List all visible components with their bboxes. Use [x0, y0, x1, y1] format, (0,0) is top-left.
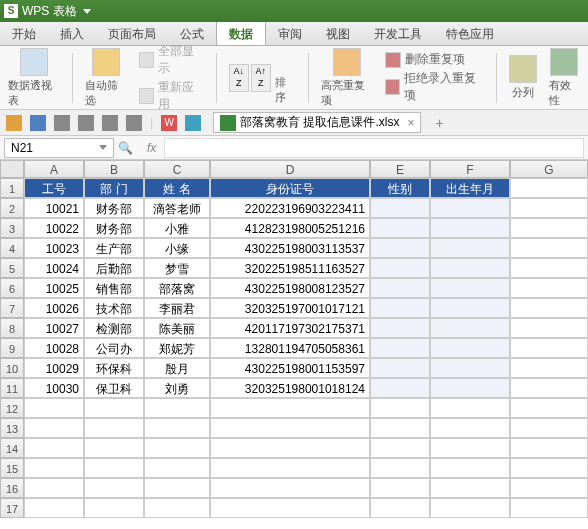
cell[interactable] [24, 398, 84, 418]
cell[interactable] [210, 418, 370, 438]
cell[interactable] [510, 478, 588, 498]
cell[interactable] [510, 398, 588, 418]
cell[interactable] [24, 438, 84, 458]
cell[interactable] [210, 498, 370, 518]
reapply-button[interactable]: 重新应用 [139, 79, 204, 113]
cell[interactable]: 公司办 [84, 338, 144, 358]
cell[interactable]: 430225198008123527 [210, 278, 370, 298]
cell[interactable]: 滴答老师 [144, 198, 210, 218]
cell[interactable] [370, 418, 430, 438]
cell[interactable] [84, 418, 144, 438]
highlight-dup-button[interactable]: 高亮重复项 [321, 48, 373, 108]
cell[interactable]: 销售部 [84, 278, 144, 298]
cell[interactable]: 430225198003113537 [210, 238, 370, 258]
cell[interactable] [510, 258, 588, 278]
redo-icon[interactable] [126, 115, 142, 131]
cell[interactable]: 部落窝 [144, 278, 210, 298]
cell[interactable] [510, 238, 588, 258]
remove-dup-button[interactable]: 删除重复项 [385, 51, 484, 68]
cell[interactable] [430, 298, 510, 318]
cell[interactable] [510, 338, 588, 358]
reject-dup-button[interactable]: 拒绝录入重复项 [385, 70, 484, 104]
close-tab-icon[interactable]: × [407, 116, 414, 130]
row-head-13[interactable]: 13 [0, 418, 24, 438]
row-head-12[interactable]: 12 [0, 398, 24, 418]
cell[interactable]: 10026 [24, 298, 84, 318]
row-head-2[interactable]: 2 [0, 198, 24, 218]
cell[interactable] [510, 378, 588, 398]
col-head-B[interactable]: B [84, 160, 144, 178]
cell[interactable] [510, 418, 588, 438]
preview-icon[interactable] [78, 115, 94, 131]
fx-icon[interactable]: fx [147, 141, 156, 155]
cell[interactable] [430, 358, 510, 378]
cell[interactable]: 320325198001018124 [210, 378, 370, 398]
print-icon[interactable] [54, 115, 70, 131]
cell[interactable] [210, 478, 370, 498]
cell[interactable] [144, 498, 210, 518]
autofilter-button[interactable]: 自动筛选 [85, 48, 127, 108]
cell[interactable] [430, 438, 510, 458]
cell[interactable] [370, 218, 430, 238]
cell[interactable]: 10030 [24, 378, 84, 398]
cell[interactable] [370, 318, 430, 338]
text-to-columns-button[interactable]: 分列 [509, 55, 537, 100]
cell[interactable] [510, 218, 588, 238]
cell[interactable] [430, 258, 510, 278]
cell[interactable] [84, 398, 144, 418]
cell[interactable] [84, 498, 144, 518]
menu-审阅[interactable]: 审阅 [266, 22, 314, 45]
cell[interactable]: 技术部 [84, 298, 144, 318]
col-head-C[interactable]: C [144, 160, 210, 178]
cell[interactable]: 梦雪 [144, 258, 210, 278]
cell[interactable]: 保卫科 [84, 378, 144, 398]
cell[interactable] [370, 258, 430, 278]
cell[interactable] [430, 278, 510, 298]
row-head-10[interactable]: 10 [0, 358, 24, 378]
spreadsheet-grid[interactable]: ABCDEFG1工号部 门姓 名身份证号性别出生年月210021财务部滴答老师2… [0, 160, 588, 518]
cell[interactable] [370, 278, 430, 298]
cell[interactable]: 财务部 [84, 218, 144, 238]
row-head-11[interactable]: 11 [0, 378, 24, 398]
cell[interactable]: 生产部 [84, 238, 144, 258]
cell[interactable]: 10028 [24, 338, 84, 358]
magnify-icon[interactable]: 🔍 [118, 141, 133, 155]
cell[interactable] [144, 418, 210, 438]
menu-视图[interactable]: 视图 [314, 22, 362, 45]
menu-开始[interactable]: 开始 [0, 22, 48, 45]
cell[interactable] [370, 238, 430, 258]
cell[interactable] [370, 398, 430, 418]
cell[interactable] [510, 458, 588, 478]
row-head-4[interactable]: 4 [0, 238, 24, 258]
save-icon[interactable] [30, 115, 46, 131]
cell[interactable]: 430225198001153597 [210, 358, 370, 378]
cell[interactable]: 10023 [24, 238, 84, 258]
cell[interactable] [370, 478, 430, 498]
cell[interactable]: 320325197001017121 [210, 298, 370, 318]
cell[interactable] [430, 198, 510, 218]
cell[interactable] [430, 498, 510, 518]
row-head-8[interactable]: 8 [0, 318, 24, 338]
cell[interactable] [210, 458, 370, 478]
cell[interactable]: 412823198005251216 [210, 218, 370, 238]
cell[interactable] [430, 478, 510, 498]
sort-asc-button[interactable]: A↓Z [229, 64, 249, 92]
cell[interactable] [370, 198, 430, 218]
show-all-button[interactable]: 全部显示 [139, 43, 204, 77]
select-all-corner[interactable] [0, 160, 24, 178]
col-head-F[interactable]: F [430, 160, 510, 178]
row-head-9[interactable]: 9 [0, 338, 24, 358]
name-box-dropdown-icon[interactable] [99, 145, 107, 150]
row-head-14[interactable]: 14 [0, 438, 24, 458]
col-head-E[interactable]: E [370, 160, 430, 178]
file-tab[interactable]: 部落窝教育 提取信息课件.xlsx × [213, 112, 421, 133]
undo-icon[interactable] [102, 115, 118, 131]
cell[interactable]: 420117197302175371 [210, 318, 370, 338]
cell[interactable] [430, 418, 510, 438]
w-icon[interactable]: W [161, 115, 177, 131]
cell[interactable]: 后勤部 [84, 258, 144, 278]
cell[interactable] [24, 418, 84, 438]
cell[interactable]: 10022 [24, 218, 84, 238]
cell[interactable] [510, 178, 588, 198]
open-icon[interactable] [6, 115, 22, 131]
